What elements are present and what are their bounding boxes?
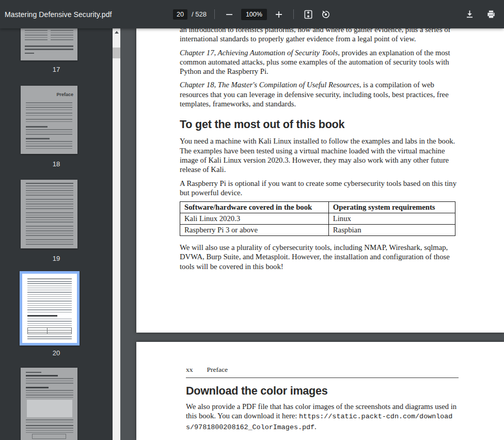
table-cell: Linux: [328, 213, 455, 225]
page-number-input[interactable]: [173, 9, 187, 20]
running-section-title: Preface: [207, 366, 228, 373]
table-cell: Kali Linux 2020.3: [180, 213, 329, 225]
page-count-label: / 528: [192, 10, 207, 18]
toolbar-actions: [463, 0, 498, 28]
paragraph-requirements: You need a machine with Kali Linux insta…: [180, 136, 457, 174]
pdf-toolbar: Mastering Defensive Security.pdf / 528 1…: [0, 0, 504, 28]
rotate-button[interactable]: [319, 8, 333, 21]
minus-icon: [225, 10, 234, 19]
thumbnail-preview-heading: Preface: [56, 92, 73, 97]
paragraph-tools: We will also use a plurality of cybersec…: [180, 243, 457, 271]
table-cell: Raspberry Pi 3 or above: [180, 225, 329, 236]
thumbnail-page-19[interactable]: [21, 180, 77, 248]
download-button[interactable]: [463, 8, 476, 21]
paragraph-color-images: We also provide a PDF file that has colo…: [186, 402, 459, 432]
sidebar-scrollbar[interactable]: [113, 28, 120, 440]
thumbnail-page-21[interactable]: [21, 368, 77, 440]
thumbnail-label: 18: [0, 160, 113, 168]
scrollbar-up-arrow-icon[interactable]: [113, 28, 120, 36]
paragraph-forensics: an introduction to forensics platforms, …: [180, 28, 457, 44]
rotate-counterclockwise-icon: [321, 9, 331, 20]
fit-page-button[interactable]: [302, 8, 315, 21]
print-button[interactable]: [484, 8, 498, 21]
thumbnail-page-17[interactable]: [21, 28, 77, 60]
toolbar-separator: [214, 9, 215, 19]
table-header-cell: Operating system requirements: [328, 202, 455, 213]
zoom-out-button[interactable]: [223, 8, 236, 21]
header-rule: [186, 378, 459, 378]
section-heading-get-most: To get the most out of this book: [180, 118, 457, 131]
page-header: xxPreface: [186, 366, 459, 374]
table-row: Raspberry Pi 3 or above Raspbian: [180, 225, 455, 236]
toolbar-page-controls: / 528 100%: [173, 0, 333, 28]
thumbnail-sidebar: 17 Preface 18 19 20: [0, 28, 113, 440]
download-icon: [465, 9, 475, 19]
zoom-in-button[interactable]: [272, 8, 286, 21]
table-cell: Raspbian: [328, 225, 455, 236]
thumbnail-page-18[interactable]: Preface: [21, 86, 77, 154]
fit-to-page-icon: [303, 9, 313, 20]
software-requirements-table: Software/hardware covered in the book Op…: [180, 201, 455, 236]
paragraph-chapter-18: Chapter 18, The Master's Compilation of …: [180, 80, 457, 108]
folio-number: xx: [186, 366, 193, 373]
thumbnail-page-20-selected[interactable]: [20, 271, 80, 345]
table-row: Kali Linux 2020.3 Linux: [180, 213, 455, 225]
paragraph-raspberry: A Raspberry Pi is optional if you want t…: [180, 179, 457, 198]
pdf-page-21: xxPreface Download the color images We a…: [136, 342, 504, 440]
zoom-level-display: 100%: [241, 9, 267, 20]
document-title: Mastering Defensive Security.pdf: [5, 0, 112, 28]
thumbnail-label: 17: [0, 66, 113, 73]
thumbnail-label: 19: [0, 255, 113, 262]
table-header-row: Software/hardware covered in the book Op…: [180, 202, 455, 213]
toolbar-separator: [293, 9, 294, 19]
thumbnail-label: 20: [0, 349, 113, 357]
section-heading-download-images: Download the color images: [186, 385, 459, 398]
table-header-cell: Software/hardware covered in the book: [180, 202, 329, 213]
plus-icon: [274, 10, 284, 19]
pdf-page-20: an introduction to forensics platforms, …: [136, 28, 504, 333]
pdf-viewer: an introduction to forensics platforms, …: [120, 28, 504, 440]
paragraph-chapter-17: Chapter 17, Achieving Automation of Secu…: [180, 48, 457, 76]
sidebar-scrollbar-thumb[interactable]: [113, 48, 120, 58]
print-icon: [486, 9, 496, 20]
